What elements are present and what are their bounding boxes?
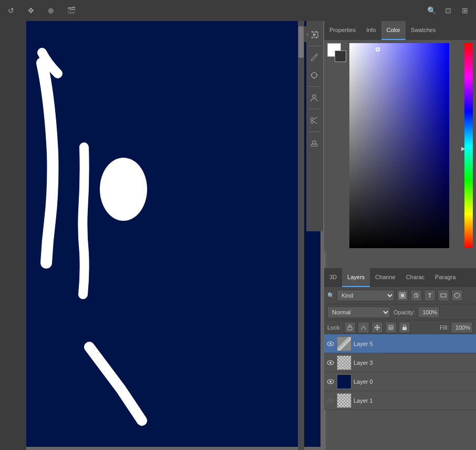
fg-bg-colors bbox=[327, 43, 346, 62]
svg-point-15 bbox=[311, 121, 314, 124]
search-icon-layers: 🔍 bbox=[327, 292, 335, 299]
arrange-icon[interactable]: ⊡ bbox=[442, 5, 454, 16]
gradient-main[interactable] bbox=[349, 43, 449, 248]
svg-rect-23 bbox=[441, 294, 446, 297]
lock-all-btn[interactable] bbox=[399, 322, 410, 333]
layers-lock-row: Lock: Fill: bbox=[324, 320, 476, 334]
svg-marker-7 bbox=[313, 33, 316, 36]
blend-mode-select[interactable]: Normal bbox=[327, 306, 390, 318]
tab-properties[interactable]: Properties bbox=[324, 21, 361, 40]
opacity-label: Opacity: bbox=[394, 309, 415, 315]
layer-visibility-icon[interactable] bbox=[326, 377, 335, 386]
layer-adjustment-btn[interactable] bbox=[410, 290, 422, 301]
layer-kind-select[interactable]: Kind bbox=[337, 290, 395, 301]
opacity-input[interactable] bbox=[418, 306, 440, 318]
canvas-artwork bbox=[26, 21, 320, 447]
svg-rect-4 bbox=[316, 31, 317, 33]
lock-artboard-btn[interactable] bbox=[385, 322, 397, 333]
tab-info[interactable]: Info bbox=[361, 21, 381, 40]
svg-point-33 bbox=[329, 381, 332, 383]
layer-thumbnail bbox=[337, 355, 351, 370]
side-tools-panel bbox=[306, 21, 323, 231]
svg-point-13 bbox=[313, 95, 316, 98]
layer-visibility-icon[interactable] bbox=[326, 340, 335, 348]
person-icon[interactable] bbox=[306, 89, 322, 106]
svg-rect-3 bbox=[312, 31, 313, 33]
tab-color[interactable]: Color bbox=[381, 21, 406, 40]
svg-point-8 bbox=[312, 73, 317, 78]
tab-character[interactable]: Charac bbox=[401, 268, 430, 287]
canvas-area[interactable] bbox=[26, 21, 326, 450]
canvas-content bbox=[26, 21, 320, 447]
layer-item[interactable]: Layer 5 bbox=[324, 334, 476, 353]
tab-3d[interactable]: 3D bbox=[324, 268, 342, 287]
layers-kind-toolbar: 🔍 Kind T bbox=[324, 287, 476, 304]
search-icon[interactable]: 🔍 bbox=[426, 5, 437, 16]
transform-icon[interactable]: ⊕ bbox=[45, 5, 57, 16]
tool-divider-3 bbox=[308, 109, 321, 109]
tool-divider-4 bbox=[308, 131, 321, 132]
layers-panel-tabs: 3D Layers Channe Charac Paragra bbox=[324, 268, 476, 287]
layer-item[interactable]: Layer 0 bbox=[324, 372, 476, 391]
layer-name: Layer 3 bbox=[354, 360, 373, 366]
background-color[interactable] bbox=[335, 50, 346, 62]
brush-tool-icon[interactable] bbox=[306, 49, 322, 66]
svg-line-16 bbox=[313, 117, 317, 119]
lock-pixel-btn[interactable] bbox=[358, 322, 369, 333]
top-right-tools: 🔍 ⊡ ⊞ bbox=[426, 5, 471, 16]
layers-list: Layer 5 Layer 3 Layer 0 Layer 1 bbox=[324, 334, 476, 410]
left-toolbox bbox=[0, 21, 26, 450]
layer-shape-btn[interactable] bbox=[438, 290, 449, 301]
tab-layers[interactable]: Layers bbox=[342, 268, 370, 287]
svg-rect-5 bbox=[312, 37, 313, 38]
spectrum-bar[interactable] bbox=[464, 43, 473, 248]
layer-pixel-btn[interactable] bbox=[397, 290, 408, 301]
picker-cursor bbox=[376, 47, 380, 52]
spectrum-arrow: ▶ bbox=[461, 146, 465, 151]
color-picker-body: ▶ bbox=[324, 40, 476, 251]
fg-bg-preview bbox=[327, 43, 346, 248]
expand-icon[interactable]: ⊞ bbox=[459, 5, 471, 16]
layer-item[interactable]: Layer 1 bbox=[324, 391, 476, 410]
layer-smartobj-btn[interactable] bbox=[451, 290, 463, 301]
tool-divider-2 bbox=[308, 86, 321, 87]
lock-move-btn[interactable] bbox=[371, 322, 383, 333]
undo-icon[interactable]: ↺ bbox=[5, 5, 17, 16]
scrollbar-thumb[interactable] bbox=[298, 26, 304, 58]
stamp-icon[interactable] bbox=[306, 135, 322, 151]
svg-rect-18 bbox=[311, 144, 317, 146]
svg-point-1 bbox=[100, 158, 147, 221]
tab-paragraph[interactable]: Paragra bbox=[430, 268, 461, 287]
svg-rect-6 bbox=[316, 37, 317, 38]
move-icon[interactable]: ✥ bbox=[25, 5, 37, 16]
layer-visibility-icon[interactable] bbox=[326, 396, 335, 405]
layer-text-btn[interactable]: T bbox=[424, 290, 436, 301]
canvas-scrollbar[interactable] bbox=[298, 21, 304, 450]
svg-rect-27 bbox=[402, 327, 407, 330]
tab-channels[interactable]: Channe bbox=[370, 268, 401, 287]
lock-label: Lock: bbox=[327, 324, 341, 331]
color-gradient-picker[interactable]: ▶ bbox=[349, 43, 473, 248]
svg-rect-26 bbox=[390, 327, 392, 329]
adjustment-icon[interactable] bbox=[306, 67, 322, 84]
video-icon[interactable]: 🎬 bbox=[65, 5, 77, 16]
layers-panel: 3D Layers Channe Charac Paragra 🔍 Kind T… bbox=[324, 268, 476, 410]
layer-visibility-icon[interactable] bbox=[326, 359, 335, 367]
fill-input[interactable] bbox=[451, 322, 473, 333]
tab-swatches[interactable]: Swatches bbox=[406, 21, 441, 40]
svg-rect-21 bbox=[401, 294, 404, 297]
layer-name: Layer 5 bbox=[354, 341, 373, 347]
svg-rect-0 bbox=[26, 21, 320, 447]
scissors-icon[interactable] bbox=[306, 112, 322, 129]
lock-position-btn[interactable] bbox=[344, 322, 356, 333]
layer-name: Layer 0 bbox=[354, 379, 373, 385]
svg-line-17 bbox=[313, 121, 317, 124]
tool-divider bbox=[308, 46, 321, 46]
layer-thumbnail bbox=[337, 393, 351, 408]
svg-point-14 bbox=[311, 118, 314, 120]
layer-item[interactable]: Layer 3 bbox=[324, 353, 476, 372]
layers-blend-row: Normal Opacity: bbox=[324, 304, 476, 320]
fill-label: Fill: bbox=[440, 324, 449, 331]
collapse-panel-button[interactable]: ‹ bbox=[304, 26, 312, 42]
top-toolbar: ↺ ✥ ⊕ 🎬 🔍 ⊡ ⊞ bbox=[0, 0, 476, 21]
